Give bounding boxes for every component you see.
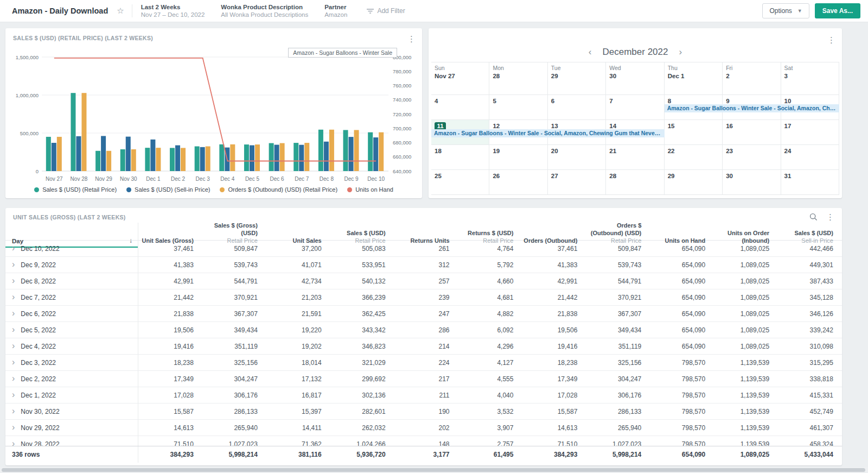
calendar-kebab-menu-icon[interactable]: ⋮ [827, 36, 835, 44]
bar[interactable] [379, 133, 384, 171]
bar[interactable] [46, 137, 51, 171]
bar[interactable] [354, 130, 359, 171]
table-row[interactable]: ›Dec 6, 202221,838367,30721,591362,42524… [5, 306, 842, 322]
bar[interactable] [195, 146, 200, 171]
scrollbar-thumb[interactable] [2, 468, 865, 472]
bar[interactable] [368, 133, 373, 171]
calendar-day-cell[interactable]: Wed30 [606, 62, 664, 95]
row-expand-chevron-icon[interactable]: › [12, 325, 15, 334]
filter-chip-date-range[interactable]: Last 2 Weeks Nov 27 – Dec 10, 2022 [141, 3, 205, 19]
table-row[interactable]: ›Nov 28, 202271,5101,027,02371,3621,024,… [5, 436, 842, 446]
calendar-prev-button[interactable]: ‹ [586, 47, 594, 58]
calendar-day-cell[interactable]: 19 [489, 145, 547, 170]
filter-chip-partner[interactable]: Partner Amazon [324, 3, 347, 19]
filter-chip-product-description[interactable]: Wonka Product Description All Wonka Prod… [221, 3, 308, 19]
table-row[interactable]: ›Nov 30, 202215,587286,13315,397282,6011… [5, 403, 842, 420]
table-row[interactable]: ›Dec 1, 202217,028306,17616,817302,13621… [5, 387, 842, 403]
calendar-day-cell[interactable]: ThuDec 1 [665, 62, 723, 95]
row-expand-chevron-icon[interactable]: › [12, 390, 15, 399]
bar[interactable] [250, 146, 254, 171]
bar[interactable] [71, 93, 75, 171]
calendar-day-cell[interactable]: 20 [548, 145, 606, 170]
bar[interactable] [200, 147, 205, 171]
legend-item[interactable]: Sales $ (USD) (Retail Price) [34, 186, 117, 193]
bar[interactable] [230, 144, 235, 171]
bar[interactable] [106, 151, 111, 171]
calendar-day-cell[interactable]: 17 [781, 120, 839, 145]
bar[interactable] [329, 130, 334, 171]
bar[interactable] [150, 140, 155, 171]
calendar-day-cell[interactable]: 16 [723, 120, 781, 145]
favorite-star-icon[interactable]: ☆ [117, 6, 124, 16]
row-expand-chevron-icon[interactable]: › [12, 244, 15, 253]
calendar-event[interactable]: Amazon - Sugar Balloons - Winter Sale - … [665, 104, 839, 112]
table-row[interactable]: ›Dec 4, 202219,416351,11919,202346,82321… [5, 338, 842, 355]
calendar-day-cell[interactable]: 15 [665, 120, 723, 145]
row-expand-chevron-icon[interactable]: › [12, 342, 15, 350]
calendar-day-cell[interactable]: 4 [431, 95, 489, 120]
bar[interactable] [76, 136, 81, 171]
calendar-next-button[interactable]: › [676, 47, 684, 58]
calendar-day-cell[interactable]: 23 [723, 145, 781, 170]
calendar-day-cell[interactable]: 26 [489, 170, 547, 195]
bar[interactable] [349, 137, 354, 171]
bar[interactable] [101, 136, 106, 171]
save-as-button[interactable]: Save As... [815, 3, 860, 18]
search-icon[interactable] [809, 213, 818, 221]
row-expand-chevron-icon[interactable]: › [12, 407, 15, 415]
calendar-day-cell[interactable]: 29 [665, 170, 723, 195]
bar[interactable] [269, 143, 274, 171]
bar[interactable] [57, 137, 62, 171]
calendar-day-cell[interactable]: 18 [431, 145, 489, 170]
row-expand-chevron-icon[interactable]: › [12, 276, 15, 285]
bar[interactable] [244, 144, 249, 171]
bar[interactable] [324, 142, 329, 171]
calendar-day-cell[interactable]: 5 [489, 95, 547, 120]
calendar-day-cell[interactable]: 22 [665, 145, 723, 170]
bar[interactable] [304, 143, 309, 171]
bar[interactable] [280, 143, 285, 171]
bar[interactable] [126, 137, 131, 171]
legend-item[interactable]: Orders $ (Outbound) (USD) (Retail Price) [220, 186, 337, 193]
calendar-day-cell[interactable]: Mon28 [489, 62, 547, 95]
table-row[interactable]: ›Dec 7, 202221,442370,92121,203366,23923… [5, 289, 842, 306]
bar[interactable] [81, 93, 86, 171]
bar[interactable] [343, 130, 348, 171]
chart-kebab-menu-icon[interactable]: ⋮ [407, 35, 416, 43]
row-expand-chevron-icon[interactable]: › [12, 293, 15, 301]
calendar-day-cell[interactable]: Fri2 [723, 62, 781, 95]
horizontal-scrollbar[interactable] [0, 467, 868, 473]
bar[interactable] [219, 144, 224, 171]
calendar-day-cell[interactable]: 27 [548, 170, 606, 195]
row-expand-chevron-icon[interactable]: › [12, 260, 15, 269]
bar[interactable] [156, 148, 161, 171]
calendar-day-cell[interactable]: 25 [431, 170, 489, 195]
bar[interactable] [52, 143, 56, 171]
bar[interactable] [131, 149, 136, 171]
bar[interactable] [299, 145, 304, 171]
table-row[interactable]: ›Dec 2, 202217,349304,24717,132299,69221… [5, 371, 842, 387]
calendar-day-cell[interactable]: 21 [606, 145, 664, 170]
column-header[interactable]: Sales $ (Gross) (USD)Retail Price [202, 222, 266, 247]
table-row[interactable]: ›Dec 8, 202242,991544,79142,734540,13225… [5, 273, 842, 289]
calendar-day-cell[interactable]: Tue29 [548, 62, 606, 95]
row-expand-chevron-icon[interactable]: › [12, 309, 15, 318]
calendar-day-cell[interactable]: 31 [781, 170, 839, 195]
calendar-day-cell[interactable]: 30 [723, 170, 781, 195]
legend-item[interactable]: Units on Hand [347, 186, 393, 193]
calendar-day-cell[interactable]: 6 [548, 95, 606, 120]
table-row[interactable]: ›Dec 9, 202241,383539,74341,071533,95131… [5, 257, 842, 273]
bar[interactable] [175, 146, 180, 171]
bar[interactable] [181, 148, 186, 171]
legend-item[interactable]: Sales $ (USD) (Sell-in Price) [126, 186, 210, 193]
calendar-day-cell[interactable]: Sat3 [781, 62, 839, 95]
calendar-day-cell[interactable]: SunNov 27 [431, 62, 489, 95]
bar[interactable] [95, 151, 100, 171]
calendar-day-cell[interactable]: 7 [606, 95, 664, 120]
bar[interactable] [120, 149, 125, 171]
calendar-day-cell[interactable]: 24 [781, 145, 839, 170]
table-row[interactable]: ›Dec 5, 202219,506349,43419,220343,34228… [5, 322, 842, 338]
row-expand-chevron-icon[interactable]: › [12, 439, 15, 446]
bar[interactable] [275, 145, 279, 171]
bar[interactable] [373, 137, 378, 171]
